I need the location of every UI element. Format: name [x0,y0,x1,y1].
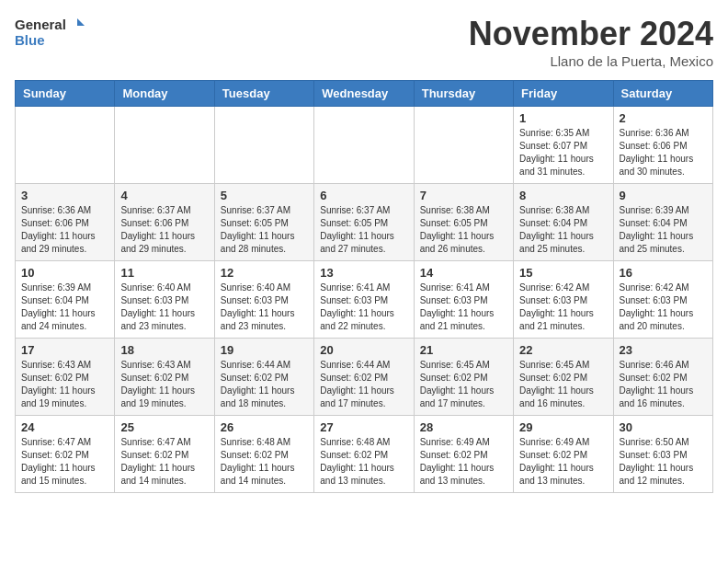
day-number: 22 [519,343,607,357]
calendar-cell: 30Sunrise: 6:50 AM Sunset: 6:03 PM Dayli… [613,416,712,493]
column-header-tuesday: Tuesday [214,81,313,107]
calendar-cell: 14Sunrise: 6:41 AM Sunset: 6:03 PM Dayli… [414,261,513,339]
day-info: Sunrise: 6:42 AM Sunset: 6:03 PM Dayligh… [519,282,607,333]
day-number: 12 [221,266,308,280]
calendar-cell: 19Sunrise: 6:44 AM Sunset: 6:02 PM Dayli… [214,339,313,416]
calendar-cell [115,107,214,184]
calendar-cell: 5Sunrise: 6:37 AM Sunset: 6:05 PM Daylig… [214,184,313,261]
day-info: Sunrise: 6:47 AM Sunset: 6:02 PM Dayligh… [120,436,208,488]
day-number: 8 [519,189,607,202]
day-number: 24 [21,420,108,434]
day-info: Sunrise: 6:36 AM Sunset: 6:06 PM Dayligh… [620,127,707,178]
column-header-monday: Monday [115,81,214,107]
day-number: 10 [21,266,108,280]
day-number: 19 [221,343,308,357]
calendar-cell [314,107,414,184]
day-info: Sunrise: 6:44 AM Sunset: 6:02 PM Dayligh… [221,359,308,410]
day-number: 9 [620,189,707,202]
day-info: Sunrise: 6:38 AM Sunset: 6:05 PM Dayligh… [420,204,507,256]
calendar-cell: 13Sunrise: 6:41 AM Sunset: 6:03 PM Dayli… [314,261,414,339]
day-number: 11 [120,266,208,280]
column-header-sunday: Sunday [16,81,115,107]
calendar-cell: 8Sunrise: 6:38 AM Sunset: 6:04 PM Daylig… [514,184,613,261]
calendar-cell: 25Sunrise: 6:47 AM Sunset: 6:02 PM Dayli… [115,416,214,493]
day-number: 29 [519,420,607,434]
svg-marker-2 [77,18,85,26]
calendar-cell: 26Sunrise: 6:48 AM Sunset: 6:02 PM Dayli… [214,416,313,493]
calendar-cell [16,107,115,184]
day-info: Sunrise: 6:40 AM Sunset: 6:03 PM Dayligh… [120,282,208,333]
day-info: Sunrise: 6:38 AM Sunset: 6:04 PM Dayligh… [519,204,607,256]
day-info: Sunrise: 6:44 AM Sunset: 6:02 PM Dayligh… [320,359,407,410]
calendar-cell: 24Sunrise: 6:47 AM Sunset: 6:02 PM Dayli… [16,416,115,493]
day-info: Sunrise: 6:49 AM Sunset: 6:02 PM Dayligh… [519,436,607,488]
day-number: 25 [120,420,208,434]
day-info: Sunrise: 6:50 AM Sunset: 6:03 PM Dayligh… [620,436,707,488]
day-number: 27 [320,420,407,434]
day-number: 15 [519,266,607,280]
calendar-cell: 20Sunrise: 6:44 AM Sunset: 6:02 PM Dayli… [314,339,414,416]
calendar-cell: 10Sunrise: 6:39 AM Sunset: 6:04 PM Dayli… [16,261,115,339]
day-info: Sunrise: 6:41 AM Sunset: 6:03 PM Dayligh… [420,282,507,333]
column-header-saturday: Saturday [613,81,712,107]
title-block: November 2024 Llano de la Puerta, Mexico [469,15,713,69]
column-header-thursday: Thursday [414,81,513,107]
calendar-cell: 3Sunrise: 6:36 AM Sunset: 6:06 PM Daylig… [16,184,115,261]
svg-text:Blue: Blue [15,32,45,48]
calendar-cell: 17Sunrise: 6:43 AM Sunset: 6:02 PM Dayli… [16,339,115,416]
day-number: 16 [620,266,707,280]
day-number: 20 [320,343,407,357]
calendar-cell: 29Sunrise: 6:49 AM Sunset: 6:02 PM Dayli… [514,416,613,493]
calendar-cell [414,107,513,184]
column-header-friday: Friday [514,81,613,107]
svg-text:General: General [15,17,66,32]
day-number: 13 [320,266,407,280]
day-info: Sunrise: 6:39 AM Sunset: 6:04 PM Dayligh… [620,204,707,256]
day-info: Sunrise: 6:49 AM Sunset: 6:02 PM Dayligh… [420,436,507,488]
day-number: 14 [420,266,507,280]
day-info: Sunrise: 6:37 AM Sunset: 6:05 PM Dayligh… [221,204,308,256]
day-info: Sunrise: 6:43 AM Sunset: 6:02 PM Dayligh… [120,359,208,410]
calendar-cell: 22Sunrise: 6:45 AM Sunset: 6:02 PM Dayli… [514,339,613,416]
day-number: 18 [120,343,208,357]
calendar-cell: 15Sunrise: 6:42 AM Sunset: 6:03 PM Dayli… [514,261,613,339]
calendar-cell: 28Sunrise: 6:49 AM Sunset: 6:02 PM Dayli… [414,416,513,493]
day-number: 3 [21,189,108,202]
calendar-cell: 1Sunrise: 6:35 AM Sunset: 6:07 PM Daylig… [514,107,613,184]
day-number: 6 [320,189,407,202]
location: Llano de la Puerta, Mexico [469,53,713,69]
calendar-cell: 2Sunrise: 6:36 AM Sunset: 6:06 PM Daylig… [613,107,712,184]
day-info: Sunrise: 6:47 AM Sunset: 6:02 PM Dayligh… [21,436,108,488]
day-number: 23 [620,343,707,357]
day-info: Sunrise: 6:39 AM Sunset: 6:04 PM Dayligh… [21,282,108,333]
calendar-cell: 27Sunrise: 6:48 AM Sunset: 6:02 PM Dayli… [314,416,414,493]
calendar-cell: 16Sunrise: 6:42 AM Sunset: 6:03 PM Dayli… [613,261,712,339]
day-info: Sunrise: 6:48 AM Sunset: 6:02 PM Dayligh… [221,436,308,488]
day-info: Sunrise: 6:37 AM Sunset: 6:06 PM Dayligh… [120,204,208,256]
day-number: 21 [420,343,507,357]
day-info: Sunrise: 6:45 AM Sunset: 6:02 PM Dayligh… [420,359,507,410]
day-info: Sunrise: 6:43 AM Sunset: 6:02 PM Dayligh… [21,359,108,410]
calendar-cell: 21Sunrise: 6:45 AM Sunset: 6:02 PM Dayli… [414,339,513,416]
calendar-cell: 11Sunrise: 6:40 AM Sunset: 6:03 PM Dayli… [115,261,214,339]
calendar: SundayMondayTuesdayWednesdayThursdayFrid… [15,80,713,493]
calendar-cell: 12Sunrise: 6:40 AM Sunset: 6:03 PM Dayli… [214,261,313,339]
day-number: 26 [221,420,308,434]
calendar-cell: 9Sunrise: 6:39 AM Sunset: 6:04 PM Daylig… [613,184,712,261]
day-info: Sunrise: 6:40 AM Sunset: 6:03 PM Dayligh… [221,282,308,333]
day-info: Sunrise: 6:36 AM Sunset: 6:06 PM Dayligh… [21,204,108,256]
day-info: Sunrise: 6:48 AM Sunset: 6:02 PM Dayligh… [320,436,407,488]
page-header: General Blue November 2024 Llano de la P… [15,15,713,69]
month-title: November 2024 [469,15,713,53]
day-info: Sunrise: 6:46 AM Sunset: 6:02 PM Dayligh… [620,359,707,410]
day-number: 2 [620,111,707,125]
column-header-wednesday: Wednesday [314,81,414,107]
day-number: 28 [420,420,507,434]
day-info: Sunrise: 6:41 AM Sunset: 6:03 PM Dayligh… [320,282,407,333]
day-number: 7 [420,189,507,202]
day-number: 17 [21,343,108,357]
calendar-cell: 7Sunrise: 6:38 AM Sunset: 6:05 PM Daylig… [414,184,513,261]
calendar-cell: 18Sunrise: 6:43 AM Sunset: 6:02 PM Dayli… [115,339,214,416]
calendar-cell: 6Sunrise: 6:37 AM Sunset: 6:05 PM Daylig… [314,184,414,261]
day-info: Sunrise: 6:35 AM Sunset: 6:07 PM Dayligh… [519,127,607,178]
